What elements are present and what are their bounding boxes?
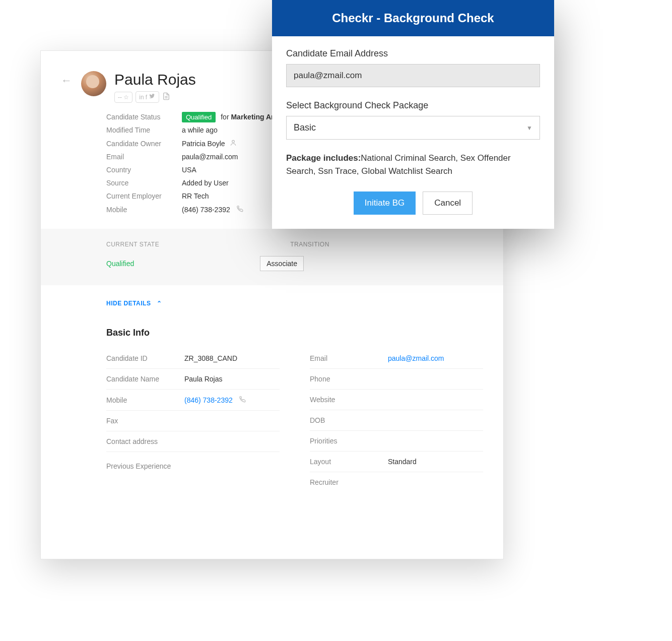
status-label: Candidate Status [106, 113, 182, 121]
social-pill[interactable]: in f [136, 91, 159, 103]
email-field[interactable] [286, 64, 540, 87]
chevron-up-icon: ⌃ [157, 300, 162, 307]
modified-value: a while ago [182, 126, 218, 134]
state-panel: CURRENT STATE TRANSITION Qualified Assoc… [41, 229, 503, 285]
email-value: paula@zmail.com [182, 153, 238, 161]
includes-label: Package includes: [286, 153, 361, 163]
country-label: Country [106, 166, 182, 174]
caret-down-icon: ▼ [526, 124, 532, 132]
cand-id-value: ZR_3088_CAND [184, 354, 237, 362]
website-label: Website [310, 396, 388, 404]
cand-id-label: Candidate ID [106, 354, 184, 362]
modified-label: Modified Time [106, 126, 182, 134]
phone-icon[interactable] [239, 396, 246, 404]
owner-text: Patricia Boyle [182, 140, 225, 148]
mobile2-label: Mobile [106, 396, 184, 404]
twitter-icon [149, 93, 156, 101]
mobile-label: Mobile [106, 206, 182, 214]
employer-label: Current Employer [106, 192, 182, 200]
svg-point-2 [232, 140, 235, 143]
modal-body: Candidate Email Address Select Backgroun… [272, 36, 554, 229]
mobile2-value: (846) 738-2392 [184, 396, 246, 404]
avatar[interactable] [81, 71, 106, 96]
email2-label: Email [310, 354, 388, 362]
layout-label: Layout [310, 458, 388, 466]
person-icon[interactable] [230, 140, 237, 148]
source-label: Source [106, 179, 182, 187]
transition-button[interactable]: Associate [260, 256, 304, 271]
layout-value: Standard [388, 458, 417, 466]
prev-exp-label: Previous Experience [106, 452, 280, 470]
cand-name-label: Candidate Name [106, 375, 184, 383]
status-badge: Qualified [182, 112, 216, 122]
package-field-label: Select Background Check Package [286, 100, 540, 111]
facebook-icon: f [146, 94, 147, 101]
employer-value: RR Tech [182, 192, 209, 200]
hide-details-toggle[interactable]: HIDE DETAILS ⌃ [106, 300, 162, 307]
checkr-modal: Checkr - Background Check Candidate Emai… [272, 0, 554, 229]
status-for: for [221, 113, 229, 121]
current-state-value: Qualified [106, 260, 134, 268]
country-value: USA [182, 166, 196, 174]
transition-header: TRANSITION [290, 241, 329, 248]
back-button[interactable]: ← [61, 74, 72, 87]
basic-info-left: Candidate ID ZR_3088_CAND Candidate Name… [106, 348, 280, 492]
hide-details-row: HIDE DETAILS ⌃ [41, 285, 503, 312]
basic-info-right: Email paula@zmail.com Phone Website DOB … [310, 348, 483, 492]
mobile-link[interactable]: (846) 738-2392 [184, 396, 233, 404]
package-value: Basic [294, 122, 316, 133]
linkedin-icon: in [139, 94, 144, 101]
package-select[interactable]: Basic ▼ [286, 116, 540, 140]
initiate-button[interactable]: Initiate BG [354, 191, 416, 215]
hide-details-label: HIDE DETAILS [106, 300, 151, 307]
phone-icon[interactable] [236, 206, 243, 214]
recruiter-label: Recruiter [310, 478, 388, 486]
mobile-text: (846) 738-2392 [182, 206, 230, 214]
mobile-value: (846) 738-2392 [182, 205, 243, 214]
cancel-button[interactable]: Cancel [423, 191, 473, 215]
basic-info-columns: Candidate ID ZR_3088_CAND Candidate Name… [41, 344, 503, 502]
basic-info-title: Basic Info [41, 312, 503, 344]
owner-value: Patricia Boyle [182, 139, 237, 148]
contact-label: Contact address [106, 437, 184, 445]
rating-pill[interactable]: -- ☆ [114, 92, 132, 103]
modal-actions: Initiate BG Cancel [286, 191, 540, 215]
package-includes: Package includes:National Criminal Searc… [286, 152, 540, 177]
email-field-label: Candidate Email Address [286, 48, 540, 59]
current-state-header: CURRENT STATE [106, 241, 159, 248]
cand-name-value: Paula Rojas [184, 375, 223, 383]
email-link[interactable]: paula@zmail.com [388, 354, 444, 362]
email-label: Email [106, 153, 182, 161]
dob-label: DOB [310, 416, 388, 424]
document-icon[interactable] [162, 92, 170, 103]
fax-label: Fax [106, 417, 184, 425]
priorities-label: Priorities [310, 437, 388, 445]
source-value: Added by User [182, 179, 229, 187]
owner-label: Candidate Owner [106, 140, 182, 148]
phone-label: Phone [310, 375, 388, 383]
modal-title: Checkr - Background Check [272, 0, 554, 36]
